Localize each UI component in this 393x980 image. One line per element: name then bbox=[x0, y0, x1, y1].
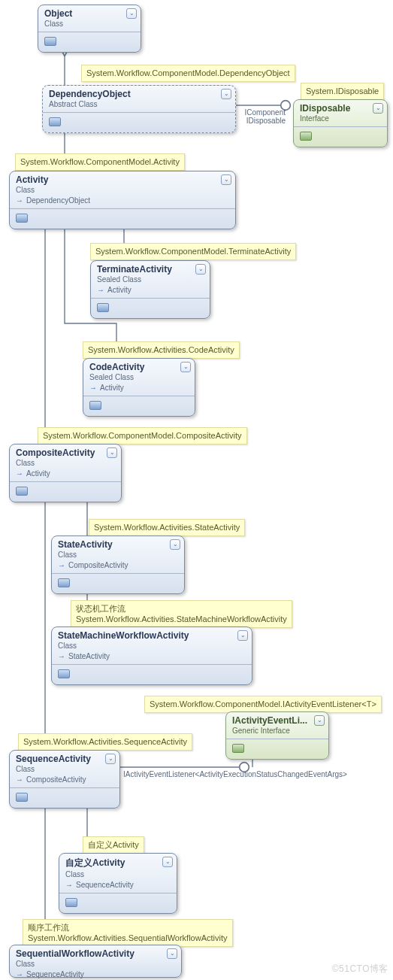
class-title: CompositeActivity bbox=[16, 448, 115, 458]
chevron-icon[interactable]: ⌄ bbox=[126, 8, 137, 19]
class-title: SequenceActivity bbox=[16, 754, 113, 764]
chevron-icon[interactable]: ⌄ bbox=[237, 630, 248, 641]
class-inherits: →CompositeActivity bbox=[16, 775, 113, 784]
body-icon bbox=[49, 117, 61, 126]
chevron-icon[interactable]: ⌄ bbox=[167, 948, 177, 959]
note-custom: 自定义Activity bbox=[83, 836, 144, 854]
class-inherits: →StateActivity bbox=[58, 652, 246, 660]
class-kind: Sealed Class bbox=[97, 275, 204, 284]
class-kind: Class bbox=[58, 642, 246, 650]
class-kind: Class bbox=[16, 459, 115, 467]
class-ievent[interactable]: ⌄ IActivityEventLi... Generic Interface bbox=[225, 711, 329, 760]
class-kind: Sealed Class bbox=[89, 373, 189, 381]
class-codeactivity[interactable]: ⌄ CodeActivity Sealed Class →Activity bbox=[83, 358, 195, 417]
class-kind: Class bbox=[65, 870, 171, 878]
class-sequentialworkflow[interactable]: ⌄ SequentialWorkflowActivity Class →Sequ… bbox=[9, 945, 182, 978]
class-title: TerminateActivity bbox=[97, 264, 204, 275]
note-sequential: 顺序工作流 System.Workflow.Activities.Sequent… bbox=[23, 919, 233, 947]
body-icon bbox=[16, 487, 28, 496]
body-icon bbox=[300, 132, 312, 141]
class-title: StateMachineWorkflowActivity bbox=[58, 630, 246, 641]
chevron-icon[interactable]: ⌄ bbox=[221, 174, 231, 185]
class-activity[interactable]: ⌄ Activity Class →DependencyObject bbox=[9, 171, 236, 229]
note-idisposable-fqn: System.IDisposable bbox=[301, 83, 384, 100]
class-title: DependencyObject bbox=[49, 89, 229, 99]
class-compositeactivity[interactable]: ⌄ CompositeActivity Class →Activity bbox=[9, 444, 122, 502]
class-inherits: →DependencyObject bbox=[16, 196, 229, 205]
chevron-icon[interactable]: ⌄ bbox=[314, 715, 325, 726]
class-kind: Abstract Class bbox=[49, 100, 229, 108]
iface-label-icomponent: IComponent IDisposable bbox=[239, 108, 286, 125]
class-inherits: →SequenceActivity bbox=[65, 881, 171, 889]
note-code-fqn: System.Workflow.Activities.CodeActivity bbox=[83, 341, 240, 359]
note-statemachine: 状态机工作流 System.Workflow.Activities.StateM… bbox=[71, 600, 292, 628]
class-inherits: →Activity bbox=[16, 469, 115, 478]
note-composite-fqn: System.Workflow.ComponentModel.Composite… bbox=[38, 427, 247, 444]
chevron-icon[interactable]: ⌄ bbox=[170, 539, 180, 550]
note-dependencyobject-fqn: System.Workflow.ComponentModel.Dependenc… bbox=[81, 65, 295, 82]
class-kind: Class bbox=[16, 765, 113, 773]
class-inherits: →Activity bbox=[97, 286, 204, 294]
class-dependencyobject[interactable]: ⌄ DependencyObject Abstract Class bbox=[42, 85, 236, 133]
chevron-icon[interactable]: ⌄ bbox=[107, 448, 117, 458]
iface-label-listener-long: IActivityEventListener<ActivityExecution… bbox=[123, 770, 347, 778]
body-icon bbox=[232, 744, 244, 753]
class-title: IActivityEventLi... bbox=[232, 715, 322, 726]
class-inherits: →Activity bbox=[89, 384, 189, 392]
note-sequence-fqn: System.Workflow.Activities.SequenceActiv… bbox=[18, 733, 192, 751]
class-kind: Class bbox=[58, 551, 178, 559]
chevron-icon[interactable]: ⌄ bbox=[221, 89, 231, 99]
class-stateactivity[interactable]: ⌄ StateActivity Class →CompositeActivity bbox=[51, 536, 185, 594]
class-sequenceactivity[interactable]: ⌄ SequenceActivity Class →CompositeActiv… bbox=[9, 750, 120, 809]
body-icon bbox=[97, 303, 109, 312]
class-title: IDisposable bbox=[300, 103, 381, 114]
class-object[interactable]: ⌄ Object Class bbox=[38, 5, 141, 53]
class-title: Object bbox=[44, 8, 135, 19]
note-state-fqn: System.Workflow.Activities.StateActivity bbox=[89, 519, 245, 536]
class-customactivity[interactable]: ⌄ 自定义Activity Class →SequenceActivity bbox=[59, 853, 177, 914]
body-icon bbox=[16, 793, 28, 802]
diagram-canvas: ⌄ Object Class System.Workflow.Component… bbox=[0, 0, 393, 980]
body-icon bbox=[44, 37, 56, 46]
chevron-icon[interactable]: ⌄ bbox=[105, 754, 116, 764]
body-icon bbox=[16, 214, 28, 223]
class-title: CodeActivity bbox=[89, 362, 189, 372]
class-kind: Class bbox=[16, 960, 175, 968]
class-terminateactivity[interactable]: ⌄ TerminateActivity Sealed Class →Activi… bbox=[90, 260, 210, 319]
chevron-icon[interactable]: ⌄ bbox=[195, 264, 206, 275]
body-icon bbox=[89, 401, 101, 410]
note-activity-fqn: System.Workflow.ComponentModel.Activity bbox=[15, 153, 185, 171]
chevron-icon[interactable]: ⌄ bbox=[180, 362, 191, 372]
class-title: SequentialWorkflowActivity bbox=[16, 948, 175, 959]
class-title: Activity bbox=[16, 174, 229, 185]
class-title: StateActivity bbox=[58, 539, 178, 550]
class-idisposable[interactable]: ⌄ IDisposable Interface bbox=[293, 99, 388, 147]
class-statemachine[interactable]: ⌄ StateMachineWorkflowActivity Class →St… bbox=[51, 627, 252, 685]
body-icon bbox=[65, 898, 77, 907]
class-kind: Class bbox=[16, 186, 229, 194]
chevron-icon[interactable]: ⌄ bbox=[162, 857, 173, 867]
chevron-icon[interactable]: ⌄ bbox=[373, 103, 383, 114]
body-icon bbox=[58, 669, 70, 678]
class-inherits: →SequenceActivity bbox=[16, 970, 175, 978]
class-kind: Interface bbox=[300, 114, 381, 123]
body-icon bbox=[58, 578, 70, 587]
class-kind: Class bbox=[44, 20, 135, 28]
watermark: ©51CTO博客 bbox=[332, 963, 388, 975]
note-terminate-fqn: System.Workflow.ComponentModel.Terminate… bbox=[90, 243, 296, 260]
class-kind: Generic Interface bbox=[232, 727, 322, 735]
class-inherits: →CompositeActivity bbox=[58, 561, 178, 569]
note-ievent-fqn: System.Workflow.ComponentModel.IActivity… bbox=[144, 696, 382, 713]
class-title: 自定义Activity bbox=[65, 857, 171, 869]
